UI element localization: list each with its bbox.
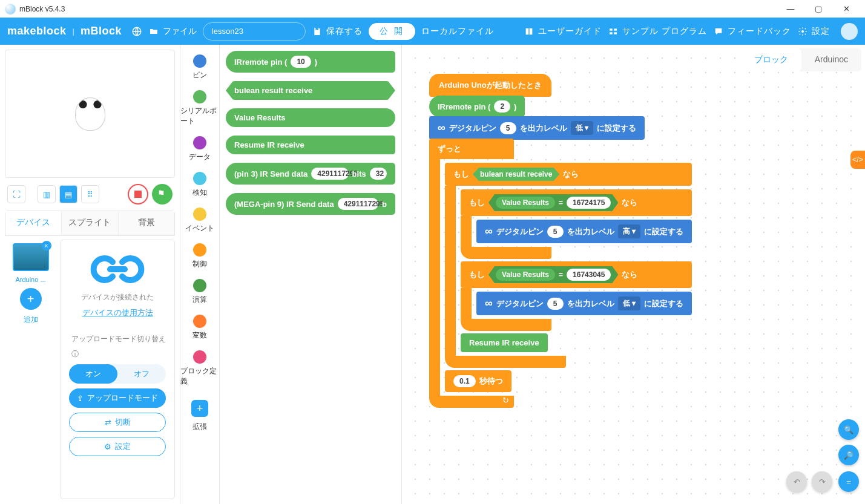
device-thumb-arduino[interactable]: × [13, 243, 49, 271]
blk-label: (MEGA-pin 9) IR Send data [234, 200, 334, 209]
fullscreen-button[interactable]: ⛶ [7, 185, 25, 203]
zoom-in-button[interactable]: 🔍 [838, 419, 859, 440]
tab-device[interactable]: デバイス [5, 211, 62, 235]
globe-icon[interactable] [131, 26, 142, 37]
palette-irremote-pin-block[interactable]: IRremote pin ( 10 ) [226, 51, 395, 73]
value-results-reporter[interactable]: Value Results [496, 269, 555, 281]
if-value1-block[interactable]: もし Value Results = 16724175 なら [461, 189, 692, 259]
stop-button[interactable] [128, 184, 148, 205]
palette-value-results-block[interactable]: Value Results [226, 108, 395, 127]
save-button[interactable]: 保存する [312, 26, 363, 37]
settings-link[interactable]: 設定 [797, 26, 830, 37]
cat-serial[interactable]: シリアルポート [180, 87, 219, 130]
main-area: ⛶ ▥ ▤ ⠿ デバイス スプライト 背景 × Arduino ... + 追加 [0, 45, 865, 504]
file-menu[interactable]: ファイル [148, 26, 197, 37]
resume-ir-block[interactable]: Resume IR receive [461, 333, 548, 352]
cat-events[interactable]: イベント [180, 204, 219, 237]
blk-slot[interactable]: 5 [547, 298, 564, 310]
remove-device-icon[interactable]: × [42, 241, 51, 250]
app-icon [5, 4, 16, 15]
wait-block[interactable]: 0.1 秒待つ [445, 370, 511, 392]
palette-mega-send-block[interactable]: (MEGA-pin 9) IR Send data 4291117295 b [226, 193, 395, 215]
cat-control[interactable]: 制御 [180, 240, 219, 273]
maximize-button[interactable]: ▢ [804, 0, 832, 18]
palette-bool-receive-block[interactable]: bulean result receive [226, 81, 395, 100]
set-pin-low-block-inner[interactable]: ∞ デジタルピン 5 を出力レベル 低 ▾ に設定する [476, 292, 692, 315]
bool-recv-slot[interactable]: bulean result receive [473, 168, 559, 181]
hat-arduino-start-block[interactable]: Arduino Unoが起動したとき [429, 74, 551, 97]
blk-slot[interactable]: 2 [494, 100, 510, 113]
tab-background[interactable]: 背景 [119, 211, 174, 235]
palette-resume-ir-block[interactable]: Resume IR receive [226, 136, 395, 154]
level-dropdown[interactable]: 低 ▾ [571, 121, 593, 135]
blk-slot[interactable]: 32 [370, 168, 387, 180]
device-settings-button[interactable]: ⚙ 設定 [69, 437, 166, 456]
palette-pin3-send-block[interactable]: (pin 3) IR Send data 4291117295 bits 32 [226, 163, 395, 185]
cat-operators[interactable]: 演算 [180, 275, 219, 309]
green-flag-button[interactable] [152, 184, 173, 205]
user-guide-link[interactable]: ユーザーガイド [524, 26, 602, 37]
upload-mode-toggle[interactable]: オン オフ [69, 364, 166, 384]
samples-link[interactable]: サンプル プログラム [608, 26, 707, 37]
level-dropdown[interactable]: 低 ▾ [618, 296, 640, 310]
zoom-out-button[interactable]: 🔎 [838, 445, 859, 465]
project-name-input[interactable] [203, 22, 306, 41]
blk-slot[interactable]: 5 [500, 122, 516, 134]
samples-icon [608, 26, 619, 37]
equals-operator[interactable]: Value Results = 16743045 [488, 266, 618, 283]
minimize-button[interactable]: — [777, 0, 804, 18]
tab-blocks[interactable]: ブロック [741, 48, 801, 71]
blk-slot[interactable]: 16724175 [567, 197, 611, 209]
close-button[interactable]: ✕ [832, 0, 860, 18]
local-file-link[interactable]: ローカルファイル [421, 26, 494, 37]
block-palette[interactable]: IRremote pin ( 10 ) bulean result receiv… [220, 45, 402, 504]
blk-slot[interactable]: 16743045 [567, 269, 611, 281]
equals-operator[interactable]: Value Results = 16724175 [488, 194, 618, 211]
add-device-button[interactable]: + [20, 288, 42, 310]
extensions-button[interactable]: + [191, 400, 208, 417]
layout-medium-button[interactable]: ▤ [59, 185, 77, 203]
cat-myblocks[interactable]: ブロック定義 [180, 347, 219, 390]
script-irremote-pin-block[interactable]: IRremote pin ( 2 ) [429, 96, 525, 117]
layout-grid-button[interactable]: ⠿ [81, 185, 99, 203]
script-stack[interactable]: Arduino Unoが起動したとき IRremote pin ( 2 ) ∞ … [429, 75, 692, 408]
blk-slot[interactable]: 4291117295 [338, 198, 378, 210]
blk-label: に設定する [644, 226, 683, 237]
if-value2-block[interactable]: もし Value Results = 16743045 なら [461, 261, 692, 331]
if-bool-recv-block[interactable]: もし bulean result receive なら もし Value Res… [445, 163, 692, 368]
blk-slot[interactable]: 4291117295 [311, 168, 348, 180]
set-pin-high-block[interactable]: ∞ デジタルピン 5 を出力レベル 高 ▾ に設定する [476, 220, 692, 243]
undo-button[interactable]: ↶ [786, 471, 807, 492]
cat-pin[interactable]: ピン [180, 51, 219, 84]
forever-block[interactable]: ずっと もし bulean result receive なら [429, 139, 692, 408]
code-side-tab[interactable]: </> [850, 151, 865, 169]
value-results-reporter[interactable]: Value Results [496, 197, 555, 209]
script-set-pin-low-block[interactable]: ∞ デジタルピン 5 を出力レベル 低 ▾ に設定する [429, 116, 645, 140]
cat-variables[interactable]: 変数 [180, 311, 219, 344]
stage[interactable] [5, 50, 175, 178]
cat-events-label: イベント [185, 223, 214, 234]
disconnect-button[interactable]: ⇄ 切断 [69, 413, 166, 432]
blk-slot[interactable]: 0.1 [453, 375, 476, 387]
script-canvas[interactable]: ブロック Arduinoc </> Arduino Unoが起動したとき IRr… [402, 45, 865, 504]
level-dropdown[interactable]: 高 ▾ [618, 224, 640, 238]
cat-data[interactable]: データ [180, 133, 219, 166]
tab-arduino-code[interactable]: Arduinoc [801, 48, 861, 71]
layout-small-button[interactable]: ▥ [38, 185, 56, 203]
howto-link[interactable]: デバイスの使用方法 [82, 307, 153, 318]
upload-mode-button[interactable]: ⇪ アップロードモード [69, 388, 166, 408]
blk-label: デジタルピン [496, 298, 544, 309]
redo-button[interactable]: ↷ [812, 471, 832, 492]
avatar[interactable] [841, 23, 858, 40]
blk-slot[interactable]: 10 [291, 56, 311, 68]
blk-slot[interactable]: 5 [547, 226, 564, 238]
toggle-on[interactable]: オン [69, 364, 117, 384]
feedback-link[interactable]: フィードバック [713, 26, 791, 37]
recenter-button[interactable]: = [838, 471, 859, 492]
tab-sprite[interactable]: スプライト [62, 211, 118, 235]
toggle-off[interactable]: オフ [117, 364, 166, 384]
publish-button[interactable]: 公 開 [369, 23, 415, 40]
info-icon[interactable]: ⓘ [65, 349, 79, 359]
device-name-label: Arduino ... [15, 276, 45, 283]
cat-sensing[interactable]: 検知 [180, 168, 219, 201]
